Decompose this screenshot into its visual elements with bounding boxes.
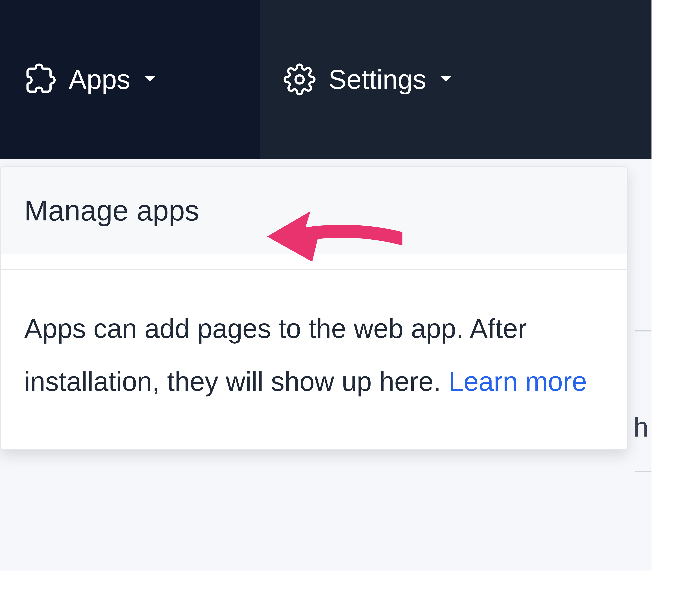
dropdown-info-text: Apps can add pages to the web app. After… bbox=[1, 270, 627, 449]
nav-apps-button[interactable]: Apps bbox=[0, 0, 260, 159]
chevron-down-icon bbox=[143, 75, 157, 84]
gear-icon bbox=[283, 63, 316, 96]
background-divider bbox=[635, 471, 652, 472]
nav-settings-button[interactable]: Settings bbox=[260, 0, 652, 159]
nav-apps-label: Apps bbox=[68, 64, 130, 95]
puzzle-piece-icon bbox=[23, 63, 56, 96]
manage-apps-label: Manage apps bbox=[24, 194, 199, 227]
navbar: Apps Settings bbox=[0, 0, 652, 159]
learn-more-link[interactable]: Learn more bbox=[449, 366, 587, 397]
manage-apps-item[interactable]: Manage apps bbox=[1, 167, 627, 254]
svg-point-0 bbox=[296, 75, 304, 83]
apps-dropdown: Manage apps Apps can add pages to the we… bbox=[0, 166, 628, 450]
background-partial-text: h bbox=[633, 412, 649, 443]
nav-settings-label: Settings bbox=[329, 64, 426, 95]
chevron-down-icon bbox=[439, 75, 453, 84]
background-divider bbox=[635, 330, 652, 331]
